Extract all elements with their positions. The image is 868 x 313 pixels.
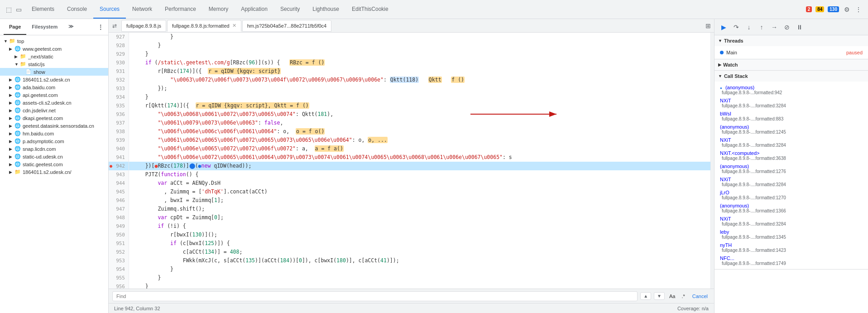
- step-button[interactable]: →: [769, 22, 780, 33]
- watch-header[interactable]: ▶ Watch: [715, 59, 868, 70]
- call-stack-header[interactable]: ▼ Call Stack: [715, 71, 868, 82]
- file-tab-fullpage-formatted[interactable]: fullpage.8.9.8.js:formatted ✕: [167, 20, 241, 32]
- tab-performance[interactable]: Performance: [158, 0, 202, 19]
- line-number: 941: [109, 153, 129, 162]
- tree-item-static-js[interactable]: ▼ 📁 static/js: [0, 60, 108, 68]
- case-sensitive-option[interactable]: Aa: [667, 293, 677, 300]
- fn-name: leby: [720, 229, 729, 235]
- code-row: 941 "\u006f\u006e\u0072\u0065\u0061\u006…: [109, 153, 710, 162]
- find-input[interactable]: [112, 291, 638, 301]
- folder-icon: 📁: [20, 61, 26, 67]
- thread-name: Main: [726, 50, 844, 55]
- line-code: "\u006f\u006e\u0072\u0065\u0061\u0064\u0…: [129, 153, 710, 162]
- tab-application[interactable]: Application: [235, 0, 274, 19]
- tab-more-icon[interactable]: ⊞: [704, 22, 712, 30]
- line-code: }: [129, 93, 710, 101]
- line-number: 956: [109, 282, 129, 289]
- call-stack-item[interactable]: (anonymous) fullpage.8.9.8-....formatted…: [715, 202, 868, 215]
- code-row: 927 }: [109, 33, 710, 41]
- tab-editthiscookie[interactable]: EditThisCookie: [345, 0, 395, 19]
- line-number: 927: [109, 33, 129, 41]
- fn-location: fullpage.8.9.8-....formatted:1749: [720, 261, 863, 266]
- tab-memory[interactable]: Memory: [202, 0, 235, 19]
- code-row: 931 r[RBzc(174)]({ r = qIDW {kgqv: scrip…: [109, 67, 710, 76]
- line-code: , Zuimmq = ['dhTqK'].concat(aCCt): [129, 188, 710, 196]
- tree-item-geetest-datasink[interactable]: ▶ 🌐 geetest.datasink.sensorsdata.cn: [0, 122, 108, 130]
- code-row: 953 FWkk(mXcJ(c, s[aCCt(135)](aCCt(184))…: [109, 256, 710, 265]
- tab-lighthouse[interactable]: Lighthouse: [306, 0, 345, 19]
- call-stack-item[interactable]: NXiT.<computed> fullpage.8.9.8-....forma…: [715, 149, 868, 162]
- device-icon[interactable]: ▭: [14, 5, 23, 14]
- call-stack-item[interactable]: NXiT fullpage.8.9.8-....formatted:3284: [715, 175, 868, 188]
- deactivate-button[interactable]: ⊘: [782, 22, 792, 33]
- inspect-icon[interactable]: ⬚: [5, 5, 13, 14]
- tab-elements[interactable]: Elements: [25, 0, 61, 19]
- tab-console[interactable]: Console: [61, 0, 93, 19]
- code-row: 946 , bwxI = Zuimmq[1];: [109, 196, 710, 205]
- sources-nav-icon[interactable]: ⇄: [110, 22, 119, 30]
- tree-item-next-static[interactable]: ▶ 📁 _next/static: [0, 53, 108, 60]
- step-into-button[interactable]: ↓: [743, 22, 754, 33]
- call-stack-item[interactable]: NFC... fullpage.8.9.8-....formatted:1749: [715, 254, 868, 267]
- tree-item-top[interactable]: ▼ 📁 top: [0, 37, 108, 45]
- tree-item-www-geetest[interactable]: ▶ 🌐 www.geetest.com: [0, 45, 108, 53]
- line-code: "\u006f\u006e\u0065\u0072\u0072\u006f\u0…: [129, 144, 710, 153]
- tree-item-snap-licdn[interactable]: ▶ 🌐 snap.licdn.com: [0, 145, 108, 153]
- fn-name: NXiT: [720, 216, 731, 222]
- tab-network[interactable]: Network: [126, 0, 158, 19]
- tab-expand[interactable]: ≫: [63, 19, 79, 35]
- tree-item-p-adsymptotic[interactable]: ▶ 🌐 p.adsymptotic.com: [0, 137, 108, 145]
- file-tab-fullpage[interactable]: fullpage.8.9.8.js: [121, 20, 166, 32]
- file-tab-close[interactable]: ✕: [232, 23, 236, 29]
- tree-item-dkapi-geetest[interactable]: ▶ 🌐 dkapi.geetest.com: [0, 114, 108, 122]
- settings-icon[interactable]: ⚙: [843, 5, 851, 14]
- line-code: c[aCCt(134)] = 408;: [129, 248, 710, 256]
- tab-page[interactable]: Page: [4, 19, 26, 35]
- file-tab-hm[interactable]: hm.js?25b04a5e7...88e2711fb5f0c4: [242, 20, 332, 32]
- tab-security[interactable]: Security: [274, 0, 306, 19]
- thread-main[interactable]: Main paused: [715, 48, 868, 57]
- tree-item-1864011-s2-udesk[interactable]: ▶ 🌐 1864011.s2.udesk.cn: [0, 76, 108, 83]
- tree-item-1864011-s2-udesk2[interactable]: ▶ 📁 1864011.s2.udesk.cn/: [0, 168, 108, 176]
- tab-filesystem[interactable]: Filesystem: [26, 19, 63, 35]
- code-editor[interactable]: 927 } 928 } 929 } 930: [109, 33, 710, 289]
- call-stack-item[interactable]: (anonymous) fullpage.8.9.8-....formatted…: [715, 162, 868, 175]
- tree-item-ada-baidu[interactable]: ▶ 🌐 ada.baidu.com: [0, 83, 108, 91]
- step-out-button[interactable]: ↑: [756, 22, 767, 33]
- tree-item-api-geetest[interactable]: ▶ 🌐 api.geetest.com: [0, 91, 108, 99]
- step-over-button[interactable]: ↷: [731, 22, 742, 33]
- more-icon[interactable]: ⋮: [854, 5, 863, 14]
- call-stack-item[interactable]: leby fullpage.8.9.8-....formatted:1345: [715, 228, 868, 241]
- line-code: }: [129, 41, 710, 50]
- threads-header[interactable]: ▼ Threads: [715, 35, 868, 46]
- pause-exception-button[interactable]: ⏸: [794, 22, 805, 33]
- file-tab-label: hm.js?25b04a5e7...88e2711fb5f0c4: [247, 23, 327, 29]
- code-row: 945 , Zuimmq = ['dhTqK'].concat(aCCt): [109, 188, 710, 196]
- sidebar-more-icon[interactable]: ⋮: [96, 23, 105, 31]
- find-prev-button[interactable]: ▲: [640, 292, 651, 300]
- line-number: 947: [109, 205, 129, 213]
- tree-item-static-ud-udesk[interactable]: ▶ 🌐 static-ud.udesk.cn: [0, 153, 108, 160]
- call-stack-item[interactable]: (anonymous) fullpage.8.9.8-....formatted…: [715, 123, 868, 136]
- tree-item-cdn-jsdelivr[interactable]: ▶ 🌐 cdn.jsdelivr.net: [0, 106, 108, 114]
- tree-item-hm-baidu[interactable]: ▶ 🌐 hm.baidu.com: [0, 130, 108, 137]
- call-stack-item[interactable]: NXiT fullpage.8.9.8-....formatted:3284: [715, 215, 868, 228]
- line-code: }: [129, 50, 710, 58]
- find-cancel-button[interactable]: Cancel: [690, 293, 710, 300]
- call-stack-item[interactable]: bWsI fullpage.8.9.8-....formatted:883: [715, 110, 868, 123]
- call-stack-item[interactable]: ● (anonymous) fullpage.8.9.8-...formatte…: [715, 83, 868, 96]
- call-stack-item[interactable]: NXiT fullpage.8.9.8-....formatted:3284: [715, 96, 868, 110]
- tree-label: top: [17, 39, 24, 44]
- tree-item-static-geetest[interactable]: ▶ 🌐 static.geetest.com: [0, 160, 108, 168]
- fn-location: fullpage.8.9.8-....formatted:3284: [720, 222, 863, 226]
- tree-item-assets-cli-s2[interactable]: ▶ 🌐 assets-cli.s2.udesk.cn: [0, 99, 108, 106]
- resume-button[interactable]: ▶: [718, 22, 729, 33]
- call-stack-item[interactable]: jLrO fullpage.8.9.8-....formatted:1270: [715, 188, 868, 202]
- find-next-button[interactable]: ▼: [654, 292, 665, 300]
- line-number: 932: [109, 76, 129, 84]
- call-stack-item[interactable]: NXiT fullpage.8.9.8-....formatted:3284: [715, 136, 868, 149]
- call-stack-item[interactable]: nyTH fullpage.8.9.8-....formatted:1423: [715, 241, 868, 254]
- tab-sources[interactable]: Sources: [93, 0, 126, 19]
- tree-item-show[interactable]: 📄 show: [0, 68, 108, 76]
- regex-option[interactable]: .*: [680, 293, 686, 300]
